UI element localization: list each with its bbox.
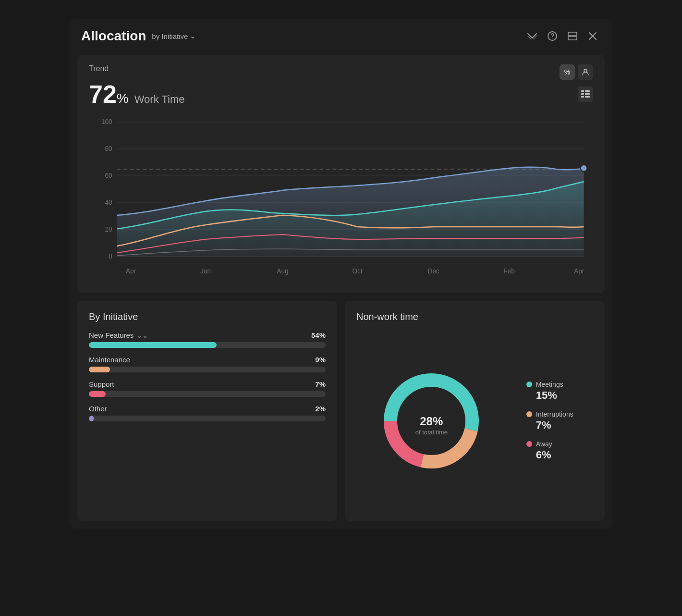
away-pct: 6% bbox=[536, 449, 573, 461]
svg-rect-2 bbox=[568, 32, 577, 36]
layout-icon bbox=[568, 32, 577, 40]
initiative-name-maintenance: Maintenance bbox=[89, 356, 130, 364]
layout-icon-btn[interactable] bbox=[564, 28, 581, 44]
bar-track-maintenance bbox=[89, 367, 326, 372]
interruptions-dot bbox=[526, 411, 532, 417]
nonwork-card-title: Non-work time bbox=[356, 311, 593, 322]
initiative-name-other: Other bbox=[89, 405, 107, 413]
svg-rect-6 bbox=[585, 90, 590, 92]
bar-fill-maintenance bbox=[89, 367, 110, 372]
initiative-pct-maintenance: 9% bbox=[315, 356, 326, 364]
initiative-row-new-features: New Features ⌄⌄ 54% bbox=[89, 331, 326, 348]
bar-track-support bbox=[89, 391, 326, 397]
initiative-row-other: Other 2% bbox=[89, 405, 326, 421]
help-icon bbox=[547, 31, 558, 41]
trend-card: Trend % 72% bbox=[77, 55, 605, 293]
bar-fill-other bbox=[89, 416, 94, 421]
collapse-icon bbox=[527, 33, 537, 39]
svg-text:Apr: Apr bbox=[126, 268, 136, 275]
svg-text:80: 80 bbox=[105, 145, 112, 152]
close-icon-btn[interactable] bbox=[585, 28, 601, 44]
initiative-row-support: Support 7% bbox=[89, 380, 326, 397]
header-right bbox=[524, 28, 601, 44]
svg-text:Oct: Oct bbox=[352, 268, 362, 275]
svg-text:Feb: Feb bbox=[503, 268, 515, 275]
donut-sub: of total time bbox=[415, 428, 448, 435]
trend-header: Trend % bbox=[89, 64, 593, 80]
svg-text:Jun: Jun bbox=[200, 268, 211, 275]
initiative-name-support: Support bbox=[89, 380, 114, 388]
legend-item-meetings: Meetings 15% bbox=[526, 381, 573, 402]
legend-item-away: Away 6% bbox=[526, 440, 573, 461]
initiative-card: By Initiative New Features ⌄⌄ 54% bbox=[77, 301, 337, 521]
initiative-name-new-features: New Features ⌄⌄ bbox=[89, 331, 148, 339]
chevron-down-icon: ⌄ bbox=[190, 32, 196, 40]
svg-text:100: 100 bbox=[101, 118, 112, 125]
view-dropdown[interactable]: by Initiative ⌄ bbox=[152, 32, 196, 40]
bar-fill-support bbox=[89, 391, 106, 397]
svg-point-1 bbox=[552, 38, 553, 39]
svg-text:Apr: Apr bbox=[574, 268, 585, 275]
legend-icon bbox=[581, 90, 590, 98]
meetings-dot bbox=[526, 382, 532, 387]
svg-text:40: 40 bbox=[105, 199, 112, 206]
svg-point-4 bbox=[584, 69, 587, 72]
svg-text:60: 60 bbox=[105, 172, 112, 179]
initiative-row-header: New Features ⌄⌄ 54% bbox=[89, 331, 326, 339]
initiative-row-maintenance: Maintenance 9% bbox=[89, 356, 326, 372]
svg-text:Aug: Aug bbox=[277, 268, 288, 275]
bar-fill-new-features bbox=[89, 342, 217, 348]
bar-track-new-features bbox=[89, 342, 326, 348]
initiative-pct-support: 7% bbox=[315, 380, 326, 388]
svg-rect-8 bbox=[585, 93, 590, 95]
trend-value-row: 72% Work Time bbox=[89, 82, 593, 107]
collapse-icon-btn[interactable] bbox=[524, 28, 540, 44]
donut-chart-container: 28% of total time bbox=[376, 366, 487, 476]
interruptions-pct: 7% bbox=[536, 419, 573, 431]
help-icon-btn[interactable] bbox=[544, 28, 560, 44]
close-icon bbox=[588, 32, 597, 40]
donut-pct: 28% bbox=[415, 406, 448, 428]
svg-rect-9 bbox=[581, 96, 584, 98]
trend-title: Trend bbox=[89, 64, 109, 73]
initiative-pct-new-features: 54% bbox=[311, 331, 326, 339]
nonwork-card: Non-work time bbox=[345, 301, 605, 521]
bar-track-other bbox=[89, 416, 326, 421]
legend-item-interruptions: Interruptions 7% bbox=[526, 410, 573, 431]
svg-point-31 bbox=[581, 165, 587, 172]
initiative-pct-other: 2% bbox=[315, 405, 326, 413]
initiative-card-title: By Initiative bbox=[89, 311, 326, 322]
svg-rect-7 bbox=[581, 93, 584, 95]
header-left: Allocation by Initiative ⌄ bbox=[81, 28, 196, 44]
app-title: Allocation bbox=[81, 28, 146, 44]
main-content: Trend % 72% bbox=[70, 51, 612, 529]
legend-list: Meetings 15% Interruptions 7% bbox=[526, 381, 573, 461]
legend-toggle-btn[interactable] bbox=[578, 86, 593, 102]
trend-chart: 100 80 60 40 20 0 Apr Jun Aug Oct Dec Fe… bbox=[89, 112, 593, 285]
away-dot bbox=[526, 441, 532, 447]
person-toggle-btn[interactable] bbox=[578, 64, 593, 80]
trend-subtitle: Work Time bbox=[134, 93, 185, 106]
svg-rect-3 bbox=[568, 37, 577, 40]
dropdown-label: by Initiative bbox=[152, 32, 188, 40]
svg-rect-5 bbox=[581, 90, 584, 92]
trend-controls: % bbox=[560, 64, 593, 80]
app-container: Allocation by Initiative ⌄ bbox=[70, 19, 612, 529]
dropdown-chevron-icon[interactable]: ⌄⌄ bbox=[136, 332, 148, 339]
nonwork-body: 28% of total time Meetings 15% bbox=[356, 331, 593, 510]
meetings-pct: 15% bbox=[536, 389, 573, 402]
percent-toggle-btn[interactable]: % bbox=[560, 64, 575, 80]
header: Allocation by Initiative ⌄ bbox=[70, 19, 612, 51]
svg-rect-10 bbox=[585, 96, 590, 98]
svg-text:Dec: Dec bbox=[427, 268, 439, 275]
svg-text:0: 0 bbox=[109, 253, 112, 260]
donut-center: 28% of total time bbox=[415, 406, 448, 435]
bottom-section: By Initiative New Features ⌄⌄ 54% bbox=[77, 301, 605, 521]
person-icon bbox=[582, 68, 589, 76]
svg-text:20: 20 bbox=[105, 226, 112, 233]
chart-area: 100 80 60 40 20 0 Apr Jun Aug Oct Dec Fe… bbox=[89, 112, 593, 285]
trend-value: 72% bbox=[89, 82, 129, 107]
